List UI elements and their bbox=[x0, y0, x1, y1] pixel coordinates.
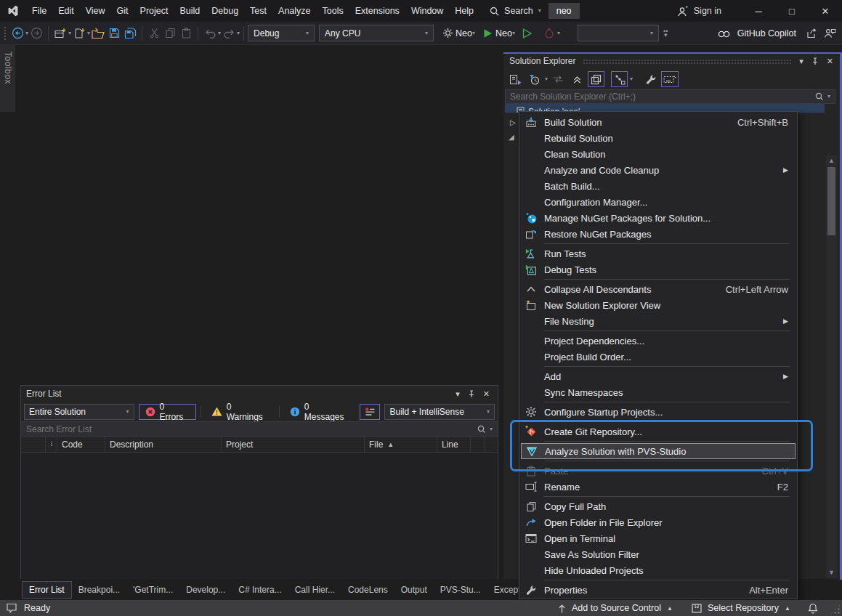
chevron-down-icon[interactable]: ▾ bbox=[545, 76, 548, 82]
menu-item-run-tests[interactable]: Run Tests bbox=[519, 246, 797, 262]
start-without-debugging-button[interactable] bbox=[519, 25, 535, 42]
menu-item-sync-namespaces[interactable]: Sync Namespaces bbox=[519, 384, 797, 400]
navigate-back-button[interactable] bbox=[9, 25, 25, 42]
menu-item-rename[interactable]: RenameF2 bbox=[519, 479, 797, 495]
switch-views-button[interactable] bbox=[507, 71, 524, 87]
configuration-dropdown[interactable]: Debug▾ bbox=[248, 25, 315, 41]
tab-pvs-stu[interactable]: PVS-Stu... bbox=[434, 582, 487, 598]
close-icon[interactable]: ✕ bbox=[827, 57, 833, 65]
menu-git[interactable]: Git bbox=[111, 0, 134, 22]
menu-analyze[interactable]: Analyze bbox=[272, 0, 316, 22]
chevron-down-icon[interactable]: ▾ bbox=[237, 31, 240, 36]
start-debugging-button[interactable] bbox=[479, 25, 495, 42]
chevron-down-icon[interactable]: ▾ bbox=[630, 76, 633, 82]
menu-item-create-git-repository[interactable]: Create Git Repository... bbox=[519, 423, 797, 439]
menu-window[interactable]: Window bbox=[405, 0, 449, 22]
menu-project[interactable]: Project bbox=[134, 0, 174, 22]
collapse-all-button[interactable] bbox=[569, 71, 586, 87]
chevron-down-icon[interactable]: ▾ bbox=[490, 426, 493, 432]
startup-project-label[interactable]: Neo bbox=[456, 28, 472, 38]
filter-messages-toggle[interactable] bbox=[360, 404, 380, 420]
global-search[interactable]: Search ▾ bbox=[490, 6, 541, 16]
chevron-down-icon[interactable]: ▾ bbox=[472, 31, 475, 36]
menu-item-project-build-order[interactable]: Project Build Order... bbox=[519, 349, 797, 365]
tab-output[interactable]: Output bbox=[394, 582, 434, 598]
menu-item-configure-startup-projects[interactable]: Configure Startup Projects... bbox=[519, 404, 797, 420]
menu-extensions[interactable]: Extensions bbox=[349, 0, 405, 22]
error-list-body[interactable] bbox=[21, 453, 498, 579]
vertical-scrollbar[interactable]: ▲ ▼ bbox=[826, 155, 837, 578]
cut-button[interactable] bbox=[146, 25, 162, 42]
errors-toggle[interactable]: 0 Errors bbox=[139, 404, 196, 420]
column-header-file[interactable]: File▲ bbox=[365, 437, 437, 452]
paste-button[interactable] bbox=[178, 25, 194, 42]
menu-item-analyze-solution-with-pvs-studio[interactable]: Analyze Solution with PVS-Studio bbox=[521, 443, 796, 459]
bell-icon[interactable] bbox=[808, 603, 818, 614]
tab-error-list[interactable]: Error List bbox=[22, 581, 72, 599]
menu-item-batch-build[interactable]: Batch Build... bbox=[519, 178, 797, 194]
menu-item-rebuild-solution[interactable]: Rebuild Solution bbox=[519, 130, 797, 146]
tab-c-intera[interactable]: C# Intera... bbox=[232, 582, 288, 598]
toolbar-drag-handle[interactable] bbox=[4, 26, 7, 41]
tree-collapsed-arrow-icon[interactable]: ▷ bbox=[510, 118, 516, 126]
menu-file[interactable]: File bbox=[26, 0, 52, 22]
tab-codelens[interactable]: CodeLens bbox=[341, 582, 394, 598]
feedback-icon[interactable] bbox=[824, 28, 836, 38]
menu-view[interactable]: View bbox=[80, 0, 111, 22]
menu-tools[interactable]: Tools bbox=[317, 0, 349, 22]
properties-button[interactable] bbox=[642, 71, 659, 87]
run-target-label[interactable]: Neo bbox=[495, 28, 512, 38]
menu-item-project-dependencies[interactable]: Project Dependencies... bbox=[519, 333, 797, 349]
undo-button[interactable] bbox=[202, 25, 218, 42]
navigate-forward-button[interactable] bbox=[28, 25, 44, 42]
menu-item-analyze-and-code-cleanup[interactable]: Analyze and Code Cleanup▶ bbox=[519, 162, 797, 178]
menu-help[interactable]: Help bbox=[449, 0, 479, 22]
menu-item-build-solution[interactable]: Build SolutionCtrl+Shift+B bbox=[519, 114, 797, 130]
toolbox-tab[interactable]: Toolbox bbox=[0, 45, 16, 91]
menu-item-debug-tests[interactable]: Debug Tests bbox=[519, 262, 797, 277]
solution-explorer-search-input[interactable] bbox=[510, 92, 815, 102]
menu-debug[interactable]: Debug bbox=[206, 0, 244, 22]
open-file-button[interactable] bbox=[90, 25, 106, 42]
new-file-button[interactable] bbox=[71, 25, 87, 42]
chevron-down-icon[interactable]: ▾ bbox=[512, 31, 515, 36]
solution-explorer-titlebar[interactable]: Solution Explorer ▾ ✕ bbox=[503, 54, 842, 68]
tab-breakpoi[interactable]: Breakpoi... bbox=[72, 582, 126, 598]
sync-with-active-document-button[interactable] bbox=[611, 71, 628, 87]
menu-item-paste[interactable]: PasteCtrl+V bbox=[519, 463, 797, 479]
tree-expanded-arrow-icon[interactable]: ◢ bbox=[509, 133, 514, 141]
maximize-button[interactable]: □ bbox=[775, 0, 809, 22]
scroll-up-icon[interactable]: ▲ bbox=[826, 155, 837, 166]
column-header-code[interactable]: Code bbox=[57, 437, 105, 452]
error-scope-dropdown[interactable]: Entire Solution▾ bbox=[24, 404, 134, 420]
sign-in-button[interactable]: Sign in bbox=[665, 6, 733, 17]
solution-explorer-search[interactable]: ▾ bbox=[505, 89, 835, 104]
close-icon[interactable]: ✕ bbox=[483, 390, 490, 398]
messages-toggle[interactable]: 0 Messages bbox=[284, 404, 356, 420]
column-header-line[interactable]: Line bbox=[437, 437, 471, 452]
empty-dropdown[interactable]: ▾ bbox=[578, 25, 659, 41]
save-button[interactable] bbox=[106, 25, 122, 42]
tab-gettrim[interactable]: 'GetTrim... bbox=[126, 582, 179, 598]
menu-item-restore-nuget-packages[interactable]: Restore NuGet Packages bbox=[519, 226, 797, 242]
menu-build[interactable]: Build bbox=[174, 0, 206, 22]
toolbar-options-button[interactable]: ••▾ bbox=[663, 30, 668, 37]
menu-test[interactable]: Test bbox=[244, 0, 272, 22]
tab-develop[interactable]: Develop... bbox=[179, 582, 232, 598]
menu-item-open-in-terminal[interactable]: Open in Terminal bbox=[519, 530, 797, 546]
menu-item-configuration-manager[interactable]: Configuration Manager... bbox=[519, 194, 797, 210]
preview-selected-items-button[interactable] bbox=[661, 71, 679, 87]
search-context-chip[interactable]: neo bbox=[548, 3, 580, 19]
error-list-search[interactable]: ▾ bbox=[21, 421, 498, 437]
redo-button[interactable] bbox=[221, 25, 237, 42]
copilot-label[interactable]: GitHub Copilot bbox=[737, 28, 796, 38]
warnings-toggle[interactable]: 0 Warnings bbox=[206, 404, 275, 420]
error-list-search-input[interactable] bbox=[26, 424, 477, 434]
error-list-titlebar[interactable]: Error List ▾ ✕ bbox=[21, 386, 498, 402]
new-project-button[interactable] bbox=[52, 25, 68, 42]
menu-item-properties[interactable]: PropertiesAlt+Enter bbox=[519, 582, 797, 598]
minimize-button[interactable]: ─ bbox=[742, 0, 775, 22]
menu-item-manage-nuget-packages-for-solution[interactable]: Manage NuGet Packages for Solution... bbox=[519, 210, 797, 226]
menu-item-add[interactable]: Add▶ bbox=[519, 368, 797, 384]
show-all-files-button[interactable] bbox=[588, 71, 604, 87]
